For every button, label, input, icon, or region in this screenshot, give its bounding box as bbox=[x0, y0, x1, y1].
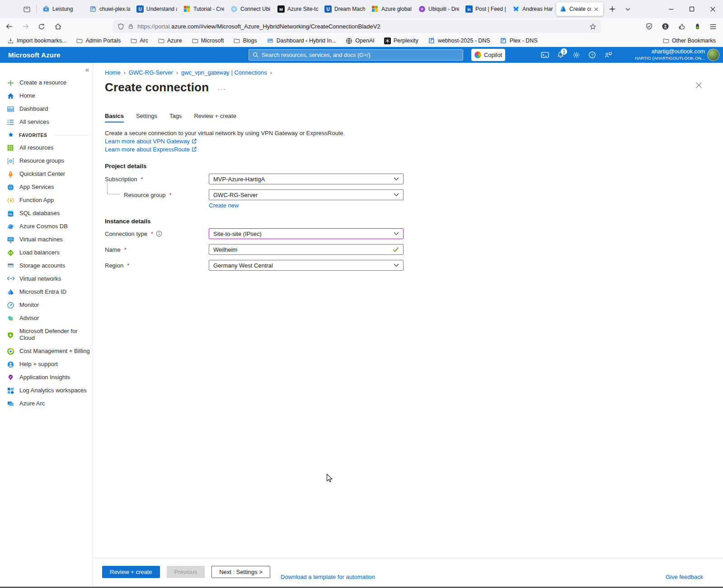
browser-tab-connect-ubi[interactable]: Connect Ubi bbox=[227, 2, 274, 16]
sidebar-item-advisor[interactable]: Advisor bbox=[0, 312, 93, 325]
sidebar-item-all-services[interactable]: All services bbox=[0, 116, 93, 129]
bookmark-microsoft[interactable]: Microsoft bbox=[192, 38, 224, 44]
bookmark-import-bookmarks[interactable]: Import bookmarks... bbox=[7, 38, 66, 44]
new-tab-button[interactable] bbox=[606, 3, 619, 15]
sidebar-item-resource-groups[interactable]: Resource groups bbox=[0, 155, 93, 168]
browser-tab-understand-a[interactable]: UUnderstand a bbox=[133, 2, 180, 16]
sidebar-item-quickstart-center[interactable]: Quickstart Center bbox=[0, 168, 93, 181]
azure-brand[interactable]: Microsoft Azure bbox=[8, 51, 61, 59]
bookmark-star-icon[interactable] bbox=[589, 23, 596, 30]
sidebar-item-azure-arc[interactable]: Azure Arc bbox=[0, 397, 93, 410]
cloud-shell-button[interactable] bbox=[537, 48, 553, 62]
sidebar-item-dashboard[interactable]: Dashboard bbox=[0, 103, 93, 116]
back-button[interactable] bbox=[2, 20, 16, 33]
shield-extension-icon[interactable] bbox=[645, 23, 653, 30]
forward-button[interactable] bbox=[18, 20, 33, 33]
sidebar-item-application-insights[interactable]: Application Insights bbox=[0, 371, 93, 384]
browser-tab-post-feed[interactable]: inPost | Feed | bbox=[462, 2, 509, 16]
feedback-button[interactable] bbox=[600, 48, 616, 62]
bookmark-plex-dns[interactable]: Plex - DNS bbox=[500, 37, 538, 44]
sidebar-item-microsoft-entra-id[interactable]: Microsoft Entra ID bbox=[0, 286, 93, 299]
bookmark-webhost-2025-dns[interactable]: webhost-2025 - DNS bbox=[428, 37, 490, 44]
create-new-link[interactable]: Create new bbox=[209, 202, 239, 209]
account-info[interactable]: ahartig@outlook.com HARTIG (AHARTIGOUTLO… bbox=[635, 48, 705, 61]
account-extension-icon[interactable] bbox=[662, 23, 669, 30]
bookmark-admin-portals[interactable]: Admin Portals bbox=[76, 38, 121, 44]
breadcrumb-gwc-vpn-gateway-connections[interactable]: gwc_vpn_gateway | Connections bbox=[181, 69, 267, 76]
window-maximize-button[interactable] bbox=[681, 0, 702, 18]
window-minimize-button[interactable] bbox=[661, 0, 681, 18]
bookmark-openai[interactable]: OpenAI bbox=[346, 38, 374, 44]
previous-button[interactable]: Previous bbox=[167, 566, 205, 578]
info-icon[interactable] bbox=[156, 230, 162, 237]
firefox-view-icon[interactable] bbox=[20, 2, 33, 16]
settings-button[interactable] bbox=[568, 48, 584, 62]
sidebar-item-log-analytics-workspaces[interactable]: Log Analytics workspaces bbox=[0, 384, 93, 397]
sidebar-item-azure-cosmos-db[interactable]: Azure Cosmos DB bbox=[0, 220, 93, 233]
sidebar-collapse-icon[interactable]: « bbox=[85, 66, 89, 73]
connection-type-dropdown[interactable]: Site-to-site (IPsec) bbox=[209, 228, 404, 239]
sidebar-item-function-app[interactable]: Function App bbox=[0, 194, 93, 207]
sidebar-item-storage-accounts[interactable]: Storage accounts bbox=[0, 259, 93, 273]
azure-search-box[interactable] bbox=[249, 49, 463, 61]
bookmark-azure[interactable]: Azure bbox=[158, 38, 182, 44]
sidebar-item-load-balancers[interactable]: Load balancers bbox=[0, 246, 93, 259]
give-feedback-link[interactable]: Give feedback bbox=[666, 574, 703, 580]
browser-tab-tutorial-cre[interactable]: Tutorial - Cre bbox=[180, 2, 227, 16]
sidebar-item-virtual-machines[interactable]: Virtual machines bbox=[0, 233, 93, 246]
bookmark-blogs[interactable]: Blogs bbox=[233, 38, 257, 44]
sidebar-item-app-services[interactable]: App Services bbox=[0, 181, 93, 194]
browser-tab-azure-site-to[interactable]: MAzure Site-to bbox=[274, 2, 321, 16]
download-template-link[interactable]: Download a template for automation bbox=[281, 574, 375, 580]
search-input[interactable] bbox=[262, 52, 459, 58]
browser-tab-ubiquiti-dre[interactable]: Ubiquiti - Dre bbox=[415, 2, 462, 16]
help-button[interactable]: ? bbox=[584, 48, 600, 62]
tracking-protection-shield-icon[interactable] bbox=[117, 23, 124, 30]
bookmark-dashboard-hybrid-in[interactable]: Dashboard ‹ Hybrid In... bbox=[267, 38, 337, 44]
title-context-menu-icon[interactable]: ... bbox=[218, 84, 226, 91]
sidebar-item-create-a-resource[interactable]: Create a resource bbox=[0, 76, 93, 89]
battery-extension-icon[interactable] bbox=[694, 23, 701, 30]
avatar[interactable] bbox=[707, 49, 719, 61]
region-dropdown[interactable]: Germany West Central bbox=[209, 260, 404, 271]
name-input[interactable]: Weilheim bbox=[209, 244, 404, 255]
blade-close-button[interactable] bbox=[695, 82, 702, 89]
next-settings-button[interactable]: Next : Settings > bbox=[211, 566, 270, 578]
breadcrumb-gwc-rg-server[interactable]: GWC-RG-Server bbox=[129, 69, 173, 76]
sidebar-item-all-resources[interactable]: All resources bbox=[0, 141, 93, 155]
reload-button[interactable] bbox=[34, 20, 49, 33]
learn-more-vpn-link[interactable]: Learn more about VPN Gateway bbox=[105, 138, 197, 145]
notifications-button[interactable]: 1 bbox=[553, 48, 568, 62]
sidebar-item-cost-management-billing[interactable]: Cost Management + Billing bbox=[0, 345, 93, 358]
hamburger-menu-icon[interactable] bbox=[709, 24, 717, 30]
home-button[interactable] bbox=[51, 20, 65, 33]
other-bookmarks-button[interactable]: Other Bookmarks bbox=[662, 38, 716, 44]
sidebar-item-virtual-networks[interactable]: Virtual networks bbox=[0, 273, 93, 286]
tab-tags[interactable]: Tags bbox=[169, 113, 182, 122]
tab-settings[interactable]: Settings bbox=[136, 113, 157, 122]
thumbs-extension-icon[interactable] bbox=[678, 23, 685, 30]
sidebar-item-home[interactable]: Home bbox=[0, 89, 93, 103]
subscription-dropdown[interactable]: MVP-Azure-HartigA bbox=[209, 174, 404, 184]
bookmark-arc[interactable]: Arc bbox=[130, 38, 148, 44]
learn-more-expressroute-link[interactable]: Learn more about ExpressRoute bbox=[105, 146, 197, 153]
sidebar-item-monitor[interactable]: Monitor bbox=[0, 299, 93, 312]
resource-group-dropdown[interactable]: GWC-RG-Server bbox=[209, 189, 404, 200]
copilot-button[interactable]: Copilot bbox=[471, 49, 505, 61]
breadcrumb-home[interactable]: Home bbox=[105, 69, 121, 76]
tab-review-create[interactable]: Review + create bbox=[194, 113, 236, 122]
browser-tab-andreas-hart[interactable]: Andreas Hart bbox=[509, 2, 556, 16]
address-bar[interactable]: https://portal.azure.com/#view/Microsoft… bbox=[113, 20, 601, 33]
browser-tab-dream-mach[interactable]: UDream Mach bbox=[321, 2, 368, 16]
sidebar-item-microsoft-defender-for-cloud[interactable]: Microsoft Defender for Cloud bbox=[0, 325, 93, 345]
review-create-button[interactable]: Review + create bbox=[102, 566, 160, 578]
tab-basics[interactable]: Basics bbox=[105, 113, 124, 122]
list-all-tabs-button[interactable] bbox=[621, 3, 634, 15]
browser-tab-azure-global[interactable]: Azure global bbox=[368, 2, 415, 16]
url-text[interactable]: https://portal.azure.com/#view/Microsoft… bbox=[137, 23, 586, 30]
window-close-button[interactable] bbox=[702, 0, 723, 18]
browser-tab-chuwi-plex-la[interactable]: chuwi-plex.la bbox=[86, 2, 133, 16]
sidebar-item-help-support[interactable]: Help + support bbox=[0, 358, 93, 371]
tab-close-icon[interactable] bbox=[594, 7, 600, 12]
bookmark-perplexity[interactable]: Perplexity bbox=[384, 38, 418, 44]
